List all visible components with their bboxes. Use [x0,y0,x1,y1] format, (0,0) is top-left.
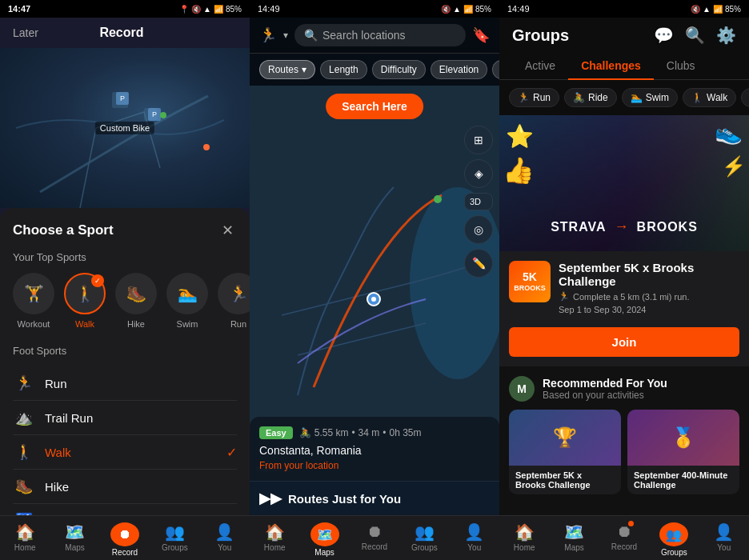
status-bar-3: 14:49 🔇 ▲ 📶 85% [499,0,749,18]
nav-home-3[interactable]: 🏠 Home [503,522,545,557]
edit-button[interactable]: ✏️ [464,249,493,278]
challenge-filter-row: 🏃 Run 🚴 Ride 🏊 Swim 🚶 Walk 🥾 Hike [499,80,749,115]
nav-groups-2[interactable]: 👥 Groups [403,522,445,557]
you-label-2: You [467,543,481,552]
tab-challenges[interactable]: Challenges [568,53,654,80]
swim-label-top: Swim [177,319,198,329]
record-label-2: Record [362,542,387,551]
stack-button[interactable]: ◈ [464,159,493,188]
sport-list-wheelchair[interactable]: ♿ Wheelchair [13,504,237,515]
maps-label-1: Maps [65,543,84,552]
map-area[interactable]: Search Here ⊞ ◈ 3D ◎ ✏️ mapbox ⓘ Easy 🚴 … [250,86,499,481]
nav-maps-2[interactable]: 🗺️ Maps [304,522,346,557]
settings-icon[interactable]: ⚙️ [716,26,736,45]
svg-point-5 [371,297,376,302]
tab-active[interactable]: Active [512,53,568,80]
nav-record-3[interactable]: ⏺ Record [603,522,645,557]
sport-hike-top[interactable]: 🥾 Hike [115,273,157,329]
walk-check-badge: ✓ [91,274,104,287]
nav-record-2[interactable]: ⏺ Record [354,522,395,557]
recommended-section: M Recommended For You Based on your acti… [499,366,749,504]
wifi-icon-2: 📶 [463,5,473,14]
filter-row: Routes ▾ Length Difficulty Elevation Sur… [250,54,499,86]
bookmark-icon[interactable]: 🔖 [472,26,490,44]
nav-you-1[interactable]: 👤 You [204,522,246,557]
chevron-right-icon: ▶▶ [259,490,282,507]
groups-circle-3: 👥 [659,522,688,546]
sport-run-top[interactable]: 🏃 Run [218,273,250,329]
3d-button[interactable]: 3D [464,193,493,210]
nav-maps-3[interactable]: 🗺️ Maps [554,522,595,557]
run-list-name: Run [45,377,237,390]
tab-clubs[interactable]: Clubs [654,53,708,80]
rec-card-label-2: September 400-Minute Challenge [627,466,739,494]
signal-icon-3: ▲ [703,5,711,14]
join-button[interactable]: Join [509,327,739,357]
map-dot-1 [203,144,210,150]
sport-list-trail-run[interactable]: ⛰️ Trail Run [13,401,237,435]
walk-filter-label: Walk [707,92,727,103]
maps-label-2: Maps [314,548,334,557]
nav-home-1[interactable]: 🏠 Home [4,522,46,557]
filter-difficulty[interactable]: Difficulty [372,60,426,79]
filter-run[interactable]: 🏃 Run [509,88,559,107]
nav-you-3[interactable]: 👤 You [703,522,745,557]
filter-length[interactable]: Length [320,60,367,79]
filter-routes[interactable]: Routes ▾ [259,60,315,79]
status-bar-1: 14:47 📍 🔇 ▲ 📶 85% [0,0,250,18]
search-icon[interactable]: 🔍 [685,26,705,45]
chevron-down-icon: ▾ [283,30,288,41]
later-button[interactable]: Later [13,26,38,39]
wheelchair-list-icon: ♿ [13,512,35,515]
sport-walk-top[interactable]: 🚶 ✓ Walk [64,273,106,329]
home-label-3: Home [514,543,535,552]
home-icon-1: 🏠 [15,522,35,542]
nav-home-2[interactable]: 🏠 Home [254,522,295,557]
search-input-container[interactable]: 🔍 Search locations [294,24,466,46]
filter-swim[interactable]: 🏊 Swim [622,88,678,107]
close-sport-button[interactable]: ✕ [218,221,237,240]
sport-swim-top[interactable]: 🏊 Swim [166,273,208,329]
bike-icon: 🚴 [299,427,311,438]
difficulty-filter-label: Difficulty [381,64,417,75]
sticker-star: ⭐ [506,123,534,150]
swim-filter-icon: 🏊 [631,92,643,103]
maps-icon-2: 🗺️ [317,527,333,542]
nav-groups-1[interactable]: 👥 Groups [154,522,195,557]
sport-workout[interactable]: 🏋️ Workout [13,273,54,329]
nav-maps-1[interactable]: 🗺️ Maps [54,522,96,557]
you-icon-3: 👤 [714,522,734,542]
svg-point-6 [434,195,442,203]
filter-ride[interactable]: 🚴 Ride [564,88,617,107]
chat-icon[interactable]: 💬 [654,26,674,45]
nav-record-1[interactable]: ⏺ Record [104,522,146,557]
sport-list-hike[interactable]: 🥾 Hike [13,470,237,504]
search-here-button[interactable]: Search Here [326,94,423,119]
filter-elevation[interactable]: Elevation [431,60,487,79]
groups-label-3: Groups [661,548,687,557]
wifi-icon: 📶 [214,5,223,14]
time-3: 14:49 [507,4,530,14]
nav-you-2[interactable]: 👤 You [454,522,495,557]
run-filter-label: Run [533,92,551,103]
nav-groups-3[interactable]: 👥 Groups [653,522,695,557]
filter-hike[interactable]: 🥾 Hike [741,88,749,107]
rec-card-1[interactable]: 🏆 September 5K x Brooks Challenge [509,410,621,494]
layers-button[interactable]: ⊞ [464,126,493,154]
battery-2: 85% [475,5,491,14]
filter-surface[interactable]: Surface [492,60,499,79]
groups-label-1: Groups [162,543,188,552]
sport-list-run[interactable]: 🏃 Run [13,366,237,401]
location-button[interactable]: ◎ [464,215,493,244]
map-label-custom-bike: Custom Bike [95,122,154,134]
hike-list-icon: 🥾 [13,478,35,495]
sticker-lightning: ⚡ [722,155,746,178]
rec-card-2[interactable]: 🥇 September 400-Minute Challenge [627,410,739,494]
panel-maps: 14:49 🔇 ▲ 📶 85% 🏃 ▾ 🔍 Search locations 🔖… [250,0,499,560]
ride-filter-label: Ride [588,92,608,103]
filter-walk[interactable]: 🚶 Walk [683,88,736,107]
routes-for-you-label: Routes Just for You [288,492,401,506]
sport-list-walk[interactable]: 🚶 Walk ✓ [13,435,237,470]
walk-list-icon: 🚶 [13,443,35,461]
swim-icon-top: 🏊 [178,284,198,303]
